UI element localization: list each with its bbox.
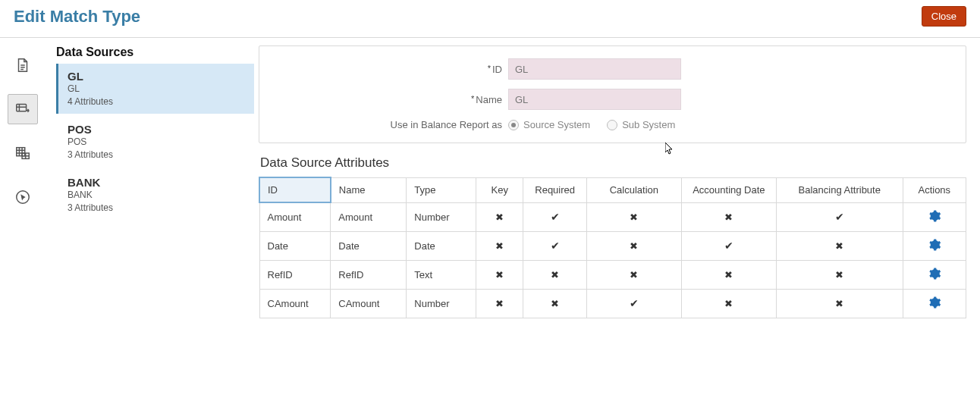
- table-row[interactable]: DateDateDate: [259, 231, 966, 260]
- pointer-circle-icon[interactable]: [8, 182, 38, 212]
- cell-key: [476, 202, 523, 231]
- cell-calculation: [586, 260, 681, 289]
- check-icon: [835, 212, 844, 223]
- cell-actions: [903, 202, 966, 231]
- cell-id: RefID: [259, 260, 331, 289]
- x-icon: [724, 269, 733, 280]
- close-button[interactable]: Close: [922, 6, 966, 27]
- x-icon: [495, 212, 504, 223]
- id-input[interactable]: [508, 58, 681, 80]
- cell-balancing-attr: [776, 289, 903, 318]
- cell-required: [523, 231, 586, 260]
- col-name[interactable]: Name: [331, 177, 407, 202]
- cell-name: Date: [331, 231, 407, 260]
- col-accounting-date[interactable]: Accounting Date: [681, 177, 776, 202]
- x-icon: [724, 212, 733, 223]
- x-icon: [630, 212, 638, 223]
- svg-rect-0: [17, 105, 27, 111]
- data-source-sub2: 4 Attributes: [68, 96, 243, 108]
- radio-icon: [508, 120, 519, 130]
- cell-accounting-date: [681, 260, 776, 289]
- x-icon: [551, 298, 559, 309]
- cell-actions: [903, 231, 966, 260]
- cell-key: [476, 289, 523, 318]
- cell-name: Amount: [331, 202, 407, 231]
- attributes-table: ID Name Type Key Required Calculation Ac…: [259, 177, 966, 318]
- gear-icon[interactable]: [928, 296, 941, 309]
- cell-type: Date: [407, 231, 476, 260]
- x-icon: [835, 269, 843, 280]
- col-key[interactable]: Key: [476, 177, 523, 202]
- data-source-form: *ID *Name Use in Balance Report as Sourc…: [259, 45, 966, 143]
- x-icon: [551, 269, 559, 280]
- x-icon: [630, 240, 638, 252]
- data-source-title: BANK: [68, 176, 243, 189]
- table-row[interactable]: CAmountCAmountNumber: [259, 289, 966, 318]
- cell-key: [476, 231, 523, 260]
- cell-accounting-date: [681, 202, 776, 231]
- id-label: *ID: [275, 64, 508, 75]
- col-calculation[interactable]: Calculation: [586, 177, 681, 202]
- icon-rail: [0, 38, 46, 326]
- x-icon: [724, 298, 733, 309]
- col-id[interactable]: ID: [259, 177, 331, 202]
- gear-icon[interactable]: [928, 238, 941, 252]
- data-source-item-bank[interactable]: BANK BANK 3 Attributes: [56, 170, 254, 220]
- data-source-sub2: 3 Attributes: [68, 149, 243, 161]
- cell-calculation: [586, 231, 681, 260]
- data-source-title: GL: [68, 70, 243, 83]
- x-icon: [495, 298, 504, 309]
- cell-required: [523, 202, 586, 231]
- name-input[interactable]: [508, 89, 681, 110]
- name-label: *Name: [275, 94, 508, 105]
- cell-type: Text: [407, 260, 476, 289]
- data-source-sub1: GL: [68, 83, 243, 96]
- table-row[interactable]: AmountAmountNumber: [259, 202, 966, 231]
- radio-sub-system[interactable]: Sub System: [607, 119, 675, 130]
- radio-source-system[interactable]: Source System: [508, 119, 590, 130]
- cell-balancing-attr: [776, 231, 903, 260]
- cell-required: [523, 260, 586, 289]
- cell-id: Amount: [259, 202, 331, 231]
- table-row[interactable]: RefIDRefIDText: [259, 260, 966, 289]
- gear-icon[interactable]: [928, 267, 941, 280]
- x-icon: [835, 298, 843, 309]
- cell-name: RefID: [331, 260, 407, 289]
- svg-rect-1: [17, 148, 25, 156]
- cell-type: Number: [407, 202, 476, 231]
- data-source-icon[interactable]: [8, 94, 38, 124]
- cell-actions: [903, 289, 966, 318]
- id-label-text: ID: [492, 64, 502, 75]
- check-icon: [630, 298, 639, 309]
- cell-required: [523, 289, 586, 318]
- data-source-title: POS: [68, 123, 243, 136]
- cell-id: Date: [259, 231, 331, 260]
- x-icon: [835, 240, 843, 252]
- data-source-sub1: POS: [68, 136, 243, 149]
- gear-icon[interactable]: [928, 209, 941, 223]
- cell-actions: [903, 260, 966, 289]
- table-header-row: ID Name Type Key Required Calculation Ac…: [259, 177, 966, 202]
- cell-key: [476, 260, 523, 289]
- col-type[interactable]: Type: [407, 177, 476, 202]
- x-icon: [495, 240, 504, 252]
- document-icon[interactable]: [8, 50, 38, 80]
- check-icon: [551, 212, 560, 223]
- attributes-heading: Data Source Attributes: [260, 155, 966, 171]
- x-icon: [630, 269, 638, 280]
- sidebar-heading: Data Sources: [56, 45, 254, 59]
- data-source-sub2: 3 Attributes: [68, 202, 243, 215]
- cell-id: CAmount: [259, 289, 331, 318]
- data-source-item-pos[interactable]: POS POS 3 Attributes: [56, 117, 254, 167]
- col-required[interactable]: Required: [523, 177, 586, 202]
- table-icon[interactable]: [8, 138, 38, 168]
- col-actions[interactable]: Actions: [903, 177, 966, 202]
- cell-calculation: [586, 289, 681, 318]
- x-icon: [495, 269, 504, 280]
- cell-balancing-attr: [776, 202, 903, 231]
- data-source-item-gl[interactable]: GL GL 4 Attributes: [56, 64, 254, 114]
- col-balancing-attr[interactable]: Balancing Attribute: [776, 177, 903, 202]
- cell-name: CAmount: [331, 289, 407, 318]
- data-source-sub1: BANK: [68, 190, 243, 202]
- page-title: Edit Match Type: [14, 7, 140, 27]
